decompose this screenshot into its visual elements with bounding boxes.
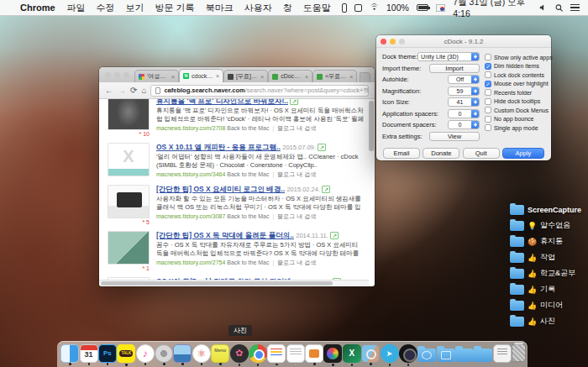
result-thumbnail[interactable] [108,99,150,130]
apply-button[interactable]: Apply [502,148,544,159]
dock-folder-dropbox-icon[interactable] [417,349,436,362]
dock-folder-documents-icon[interactable] [437,349,455,362]
result-thumbnail[interactable] [108,231,150,265]
dock-folder-downloads-icon[interactable] [455,349,474,362]
blog-search-link[interactable]: 블로그 내 검색 [277,213,316,219]
desktop-folder-photos[interactable]: 👍 사진 [510,313,581,329]
desktop-folder-unknown[interactable]: 💡 알수없음 [510,218,581,233]
dock-kakaotalk-icon[interactable]: TALK [117,344,135,363]
result-blog-name[interactable]: Back to the Mac [227,213,269,219]
menu-view[interactable]: 보기 [126,2,144,14]
blog-search-link[interactable]: 블로그 내 검색 [277,125,316,131]
result-thumbnail[interactable] [108,143,150,176]
dock-folder-stack-icon[interactable] [474,349,492,362]
tab-close-icon[interactable]: × [260,74,264,80]
checkbox-dim-hidden-items[interactable]: ✓Dim hidden items [485,62,553,71]
dock-color-wheel-app-icon[interactable] [323,344,342,363]
dock-system-preferences-icon[interactable] [155,344,173,363]
autohide-stepper[interactable]: Off [448,75,480,84]
address-bar[interactable]: cafeblog.search.naver.com/search.naver?w… [150,85,369,97]
application-spacers-stepper[interactable]: 0 [448,109,480,118]
checkbox-hide-dock-tooltips[interactable]: Hide dock tooltips [485,97,553,107]
result-source-link[interactable]: macnews.tistory.com/3087 [156,213,225,219]
result-title-link[interactable]: [간단한 팁] OS X 독 막대에 올려둔 폴더의.. [156,231,294,239]
import-button[interactable]: Import [429,64,480,73]
result-blog-name[interactable]: Back to the Mac [227,171,269,177]
menu-bookmarks[interactable]: 북마크 [206,2,234,14]
menu-window[interactable]: 창 [283,2,292,14]
dock-telegram-icon[interactable]: ➤ [381,344,399,363]
close-window-button[interactable] [105,72,111,78]
desktop-folder-school[interactable]: 👍 학교&공부 [510,265,581,281]
menu-file[interactable]: 파일 [67,2,86,14]
desktop-folder-records[interactable]: 👍 기록 [510,281,581,297]
checkbox-single-app-mode[interactable]: Single app mode [485,123,553,133]
dock-screenshot-app-icon[interactable] [361,344,380,363]
icon-size-stepper[interactable]: 41 [448,97,480,107]
result-title-link[interactable]: 휴지통을 '맥 프로' 디자인으로 바꿔보자!.. [156,99,288,105]
external-link-icon[interactable]: ↗ [322,186,330,193]
dock-trash-icon[interactable] [512,344,526,362]
tab-cafe[interactable]: '여성시대' × [134,70,179,82]
cdock-title-bar[interactable]: cDock - 9.1.2 [376,35,551,48]
checkbox-mouse-over-highlight[interactable]: ✓Mouse over highlight [485,80,553,89]
result-title-link[interactable]: OS X 10.11 엘 캐피탄 - 응용 프로그램.. [156,143,281,151]
external-link-icon[interactable]: ↗ [290,99,298,105]
dock-reminders-icon[interactable] [267,344,286,363]
tab-close-icon[interactable]: × [349,74,353,80]
tab-cdock-mac[interactable]: cDock '맥 × [268,70,312,82]
menu-app-name[interactable]: Chrome [20,3,55,13]
tab-free-share[interactable]: <무료배포 2 × [312,70,357,82]
checkbox-no-app-bounce[interactable]: No app bounce [485,115,553,124]
result-source-link[interactable]: macnews.tistory.com/2708 [156,125,225,131]
result-title-link[interactable]: [간단한 팁] OS X 요세미티 로그인 배경.. [156,185,285,193]
spotlight-icon[interactable] [555,3,563,13]
dock-utility-app-icon[interactable] [493,344,512,363]
dock-calendar-icon[interactable]: 31 [80,344,98,363]
volume-icon[interactable] [539,3,547,12]
external-link-icon[interactable]: ↗ [318,144,326,151]
tab-close-icon[interactable]: × [305,74,308,80]
tab-cdock-search[interactable]: N cdock 맥 : × [179,69,223,82]
dock-itunes-icon[interactable]: ♪ [136,344,155,363]
desktop-folder-screencapture[interactable]: ScreenCapture [510,202,581,218]
desktop-folder-trash[interactable]: 🍪 휴지통 [510,233,581,249]
menu-people[interactable]: 사용자 [244,2,272,14]
result-thumbnail[interactable] [108,185,150,218]
minimize-window-button[interactable] [114,72,120,78]
dock-chrome-icon[interactable] [249,344,267,363]
dock-camera-app-icon[interactable] [399,344,417,363]
tab-free-osx[interactable]: [무료] OS X × [223,70,268,82]
checkbox-recents-folder[interactable]: Recents folder [485,88,553,97]
back-button[interactable]: ← [105,87,113,95]
reload-button[interactable]: ⟳ [130,87,137,95]
display-status-icon[interactable] [354,4,362,12]
document-spacers-stepper[interactable]: 0 [448,120,480,129]
blog-search-link[interactable]: 블로그 내 검색 [277,260,316,265]
desktop-folder-work[interactable]: 👍 작업 [510,249,581,265]
checkbox-lock-dock-contents[interactable]: Lock dock contents [485,71,553,80]
tab-close-icon[interactable]: × [216,73,219,79]
menu-edit[interactable]: 수정 [97,2,115,14]
result-source-link[interactable]: macnews.tistory.com/3464 [156,171,225,177]
battery-icon[interactable] [417,4,428,11]
vertical-scrollbar[interactable] [369,101,374,151]
dock-notes-icon[interactable] [286,344,305,363]
dock-memo-icon[interactable]: Memo [211,344,229,363]
korean-flag-icon[interactable] [436,4,445,12]
horizontal-scrollbar[interactable] [99,280,369,286]
result-blog-name[interactable]: Back to the Mac [227,125,269,131]
magnification-stepper[interactable]: 59 [448,87,480,96]
checkbox-custom-dock-menus[interactable]: Custom Dock Menus [485,106,553,115]
dock-excel-icon[interactable]: X [343,344,361,363]
zoom-window-button[interactable] [123,72,129,78]
result-source-link[interactable]: macnews.tistory.com/2754 [156,260,225,265]
quit-button[interactable]: Quit [463,148,500,159]
dock-photos-icon[interactable]: ✿ [230,344,249,363]
dock-preview-icon[interactable] [173,344,192,363]
donate-button[interactable]: Donate [423,148,459,159]
dock-presentation-app-icon[interactable] [305,344,323,363]
checkbox-show-only-active-apps[interactable]: Show only active apps [485,53,553,62]
menu-clock[interactable]: 7월 31일 (금) 오후 4:16 [453,0,532,18]
new-tab-button[interactable] [360,72,370,82]
